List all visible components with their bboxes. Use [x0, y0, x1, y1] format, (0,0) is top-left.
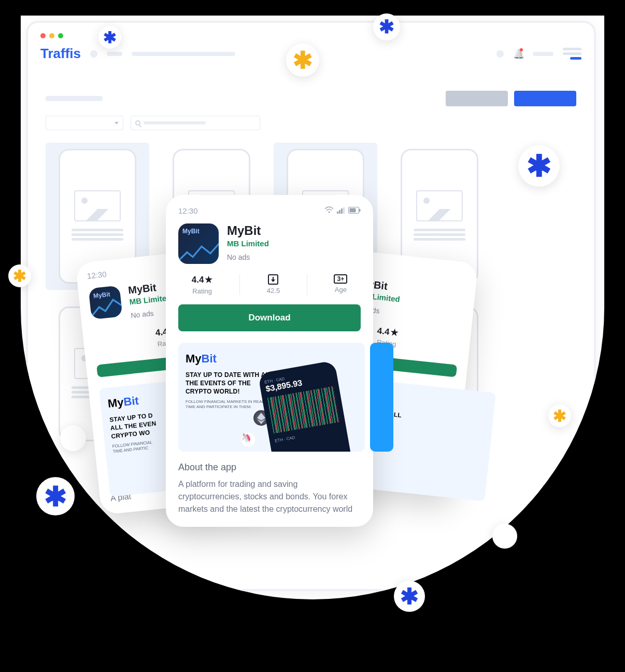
app-title: MyBit: [227, 223, 269, 238]
asterisk-icon: ✱: [98, 26, 121, 49]
search-icon: [135, 120, 140, 125]
topbar-right: [496, 48, 581, 60]
stat-rating: 4.4★ Rating: [192, 274, 213, 295]
rating-value: 4.4: [377, 326, 390, 337]
unicorn-coin-icon: 🦄: [240, 432, 256, 447]
logo-part-a: Traff: [40, 46, 69, 61]
promo-logo-b: Bit: [202, 352, 217, 365]
signal-icon: [337, 207, 345, 215]
window-traffic-lights: [40, 33, 581, 38]
promo-card: MyBit STAY UP TO DATE WITH ALL THE EVENT…: [178, 343, 365, 452]
app-icon-label: MyBit: [182, 228, 200, 235]
asterisk-icon: [492, 524, 517, 549]
downloads-value: 42.5: [267, 287, 280, 295]
svg-marker-8: [257, 413, 265, 421]
asterisk-icon: ✱: [286, 44, 319, 77]
divider: [307, 274, 307, 295]
about-text: A platform for trading and saving crypto…: [178, 478, 361, 515]
star-icon: ★: [390, 327, 399, 338]
status-bar: 12:30: [178, 206, 361, 215]
candlestick-chart-icon: [267, 386, 340, 434]
download-icon: [268, 274, 278, 285]
asterisk-icon: ✱: [8, 264, 31, 287]
app-no-ads: No ads: [227, 253, 269, 261]
secondary-button-skeleton[interactable]: [446, 91, 508, 106]
asterisk-icon: ✱: [36, 477, 75, 515]
asterisk-icon: [60, 425, 86, 451]
svg-point-0: [329, 212, 330, 213]
svg-rect-1: [337, 212, 338, 214]
svg-rect-4: [343, 207, 345, 214]
app-developer[interactable]: MB Limited: [227, 239, 269, 248]
chevron-down-icon: [115, 122, 119, 124]
promo-row[interactable]: MyBit STAY UP TO DATE WITH ALL THE EVENT…: [178, 343, 361, 452]
phone-preview-center: 12:30 MyBit MyBit MB Limited No ads 4.4★: [166, 195, 373, 527]
promo-phone-mock: ETH · CAD $3,895.93 ETH · CAD: [258, 355, 365, 452]
asterisk-icon: ✱: [373, 13, 400, 40]
svg-rect-6: [350, 208, 356, 212]
title-skeleton: [46, 96, 103, 101]
app-header: MyBit MyBit MB Limited No ads: [178, 223, 361, 264]
star-icon: ★: [205, 274, 212, 285]
divider: [239, 274, 240, 295]
bell-icon[interactable]: [513, 48, 523, 60]
primary-button-skeleton[interactable]: [514, 91, 576, 106]
about-heading: About the app: [178, 462, 361, 473]
svg-rect-3: [341, 208, 343, 214]
search-skeleton[interactable]: [131, 116, 260, 130]
battery-icon: [348, 207, 361, 215]
toolbar: [46, 91, 576, 106]
rating-label: Rating: [192, 287, 213, 295]
app-icon: MyBit: [178, 223, 219, 264]
promo-logo-a: My: [186, 352, 202, 365]
svg-rect-7: [359, 209, 361, 212]
logo-part-b: is: [69, 46, 81, 61]
download-button[interactable]: Download: [178, 304, 361, 331]
promo-sub: FOLLOW FINANCIAL MARKETS IN REAL TIME AN…: [186, 399, 274, 410]
maximize-dot[interactable]: [58, 33, 63, 38]
menu-icon[interactable]: [563, 48, 581, 60]
app-icon: MyBit: [89, 285, 123, 319]
asterisk-icon: ✱: [548, 404, 571, 427]
age-value: 3+: [334, 274, 347, 284]
svg-rect-2: [339, 210, 340, 214]
nav-skeleton: [107, 52, 122, 56]
close-dot[interactable]: [40, 33, 46, 38]
status-icons: [324, 206, 361, 215]
status-time: 12:30: [87, 270, 107, 281]
wifi-icon: [324, 206, 334, 215]
stat-downloads: 42.5: [267, 274, 280, 295]
status-time: 12:30: [178, 206, 198, 215]
nav-skeleton: [533, 52, 553, 56]
promo-card-next: [370, 343, 393, 452]
stat-age: 3+ Age: [334, 274, 347, 295]
nav-dot-skeleton: [90, 50, 97, 58]
age-label: Age: [334, 286, 347, 293]
nav-skeleton: [132, 52, 235, 56]
asterisk-icon: ✱: [394, 581, 425, 612]
rating-value: 4.4: [192, 275, 204, 285]
logo: Traffis: [40, 46, 81, 62]
asterisk-icon: ✱: [518, 145, 560, 187]
avatar-skeleton: [496, 50, 504, 58]
select-skeleton[interactable]: [46, 116, 123, 130]
stats-row: 4.4★ Rating 42.5 3+ Age: [178, 274, 361, 295]
minimize-dot[interactable]: [49, 33, 54, 38]
